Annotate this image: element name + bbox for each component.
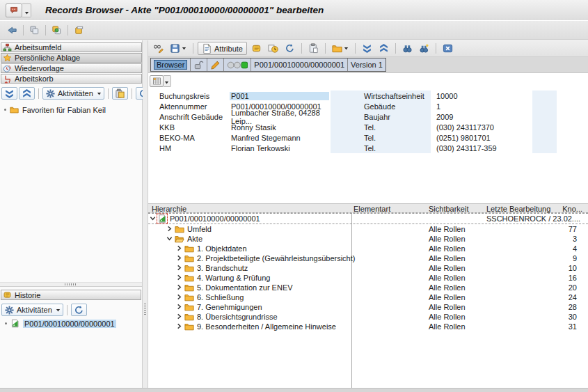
field-value-hm[interactable]: Florian Terkowski	[230, 144, 329, 152]
sidebar-item-arbeitskorb[interactable]: Arbeitskorb	[1, 74, 142, 84]
sidebar-nav: ArbeitsumfeldPersönliche AblageWiedervor…	[0, 42, 143, 84]
history-header[interactable]: Historie	[1, 290, 141, 300]
clipboard-button[interactable]	[306, 42, 321, 56]
sidebar-horizontal-splitter[interactable]	[0, 282, 142, 287]
folder-button[interactable]	[330, 42, 351, 56]
pencil-icon	[210, 60, 221, 70]
sidebar-item-wiedervorlage[interactable]: Wiedervorlage	[1, 63, 142, 73]
versions-clock-button[interactable]	[266, 42, 280, 56]
column-header-kno[interactable]: Kno...	[562, 205, 582, 213]
dropdown-arrow-icon[interactable]	[344, 46, 349, 51]
tree-row[interactable]: P001/00010000/00000001SSCHOENROCK / 23.0…	[148, 213, 588, 224]
lock-button[interactable]	[191, 58, 207, 71]
copy-window-icon	[29, 25, 40, 36]
column-header-letzte-bearbeitung[interactable]: Letzte Bearbeitung	[486, 205, 550, 213]
folder-icon	[184, 264, 194, 273]
sidebar-item-pers-nliche-ablage[interactable]: Persönliche Ablage	[1, 53, 142, 63]
paste-button[interactable]	[112, 87, 128, 100]
column-header-hierarchie[interactable]: Hierarchie	[152, 205, 186, 213]
chevron-down-icon[interactable]	[150, 215, 157, 222]
tree-row[interactable]: 4. Wartung & PrüfungAlle Rollen16	[148, 273, 588, 283]
tree-row[interactable]: 7. GenehmigungenAlle Rollen28	[148, 302, 588, 312]
sidebar: ArbeitsumfeldPersönliche AblageWiedervor…	[0, 40, 143, 388]
field-value-buchungskreis[interactable]: P001	[230, 92, 329, 100]
tree-row[interactable]: AkteAlle Rollen3	[148, 234, 588, 244]
status-lights	[224, 58, 251, 71]
table-layout-button[interactable]	[150, 75, 164, 87]
chevron-right-icon[interactable]	[176, 304, 183, 311]
chevron-right-icon[interactable]	[176, 313, 183, 320]
gear-button[interactable]: Aktivitäten	[42, 87, 104, 100]
field-value-tel[interactable]: (0251) 9801701	[431, 134, 491, 142]
browser-bar: Browser P001/00010000/00000001 Version 1	[148, 57, 588, 73]
chevron-right-icon[interactable]	[176, 245, 183, 252]
refresh-button[interactable]	[283, 42, 297, 56]
browser-tab[interactable]: Browser	[151, 58, 191, 71]
dropdown-arrow-icon[interactable]	[182, 46, 186, 51]
chevron-right-icon[interactable]	[176, 274, 183, 281]
form-row-wirtschaftseinheit: Wirtschaftseinheit10000	[331, 91, 497, 101]
display-change-button[interactable]	[151, 42, 166, 56]
chevron-right-icon[interactable]	[176, 265, 183, 272]
field-value-tel[interactable]: (030) 243117370	[431, 123, 494, 132]
panel-splitter[interactable]	[143, 40, 148, 388]
close-button[interactable]	[440, 42, 455, 56]
find-button[interactable]	[400, 42, 415, 56]
gear-button[interactable]: Aktivitäten	[1, 304, 63, 316]
tree-row[interactable]: 1. ObjektdatenAlle Rollen4	[148, 244, 588, 253]
refresh-button[interactable]	[71, 304, 87, 316]
chevron-right-icon[interactable]	[176, 284, 183, 291]
tree-row[interactable]: 8. ÜbersichtsgrundrisseAlle Rollen30	[148, 312, 588, 322]
record-id-field[interactable]: P001/00010000/00000001	[251, 58, 348, 71]
field-value-beko-ma[interactable]: Manfred Stegemann	[230, 134, 329, 142]
save-button[interactable]	[168, 42, 189, 56]
form-row-baujahr: Baujahr2009	[331, 111, 497, 122]
dropdown-arrow-icon[interactable]	[97, 91, 102, 96]
tree-row[interactable]: UmfeldAlle Rollen77	[148, 224, 588, 234]
edit-mode-button[interactable]	[207, 58, 224, 71]
tree-row[interactable]: 9. Besonderheiten / Allgemeine HinweiseA…	[148, 322, 588, 331]
field-value-geb-ude[interactable]: 1	[431, 102, 440, 111]
toolbar-separator	[355, 43, 356, 54]
tree-row[interactable]: 3. BrandschutzAlle Rollen10	[148, 263, 588, 273]
sidebar-item-arbeitsumfeld[interactable]: Arbeitsumfeld	[1, 42, 142, 52]
node-label: P001/00010000/00000001	[170, 214, 260, 223]
star-icon	[3, 54, 12, 63]
cell-knoten: 77	[569, 225, 577, 233]
collapse-all-button[interactable]	[376, 42, 391, 56]
chevron-right-icon[interactable]	[176, 255, 183, 262]
field-value-kkb[interactable]: Ronny Stasik	[230, 123, 329, 132]
sidebar-item-favorites[interactable]: Favoriten für Fabian Keil	[4, 105, 106, 114]
version-field[interactable]: Version 1	[348, 58, 386, 71]
find-next-button[interactable]	[417, 42, 431, 56]
tree-row[interactable]: 5. Dokumentation zur ENEVAlle Rollen20	[148, 283, 588, 292]
expand-all-button[interactable]	[360, 42, 374, 56]
chevron-right-icon[interactable]	[166, 226, 173, 233]
chevron-right-icon[interactable]	[176, 294, 183, 301]
field-value-wirtschaftseinheit[interactable]: 10000	[431, 92, 458, 100]
create-shortcut-button[interactable]	[72, 23, 86, 37]
chevron-right-icon[interactable]	[176, 323, 183, 330]
history-item[interactable]: P001/00010000/00000001	[5, 319, 116, 328]
window-menu-button[interactable]	[6, 3, 22, 17]
main-toolbar: Attribute	[148, 40, 588, 57]
field-value-baujahr[interactable]: 2009	[431, 113, 453, 121]
copy-window-button[interactable]	[27, 23, 42, 37]
tree-row[interactable]: 6. SchließungAlle Rollen24	[148, 292, 588, 302]
collapse-all-button[interactable]	[19, 87, 35, 100]
cell-sichtbarkeit: Alle Rollen	[429, 244, 466, 253]
back-arrow-button[interactable]	[5, 23, 19, 37]
column-header-sichtbarkeit[interactable]: Sichtbarkeit	[429, 205, 468, 213]
toolbar-separator	[67, 25, 68, 36]
chevron-down-icon[interactable]	[166, 235, 173, 242]
tree-row[interactable]: 2. Projektbeteiligte (Gewährleistungsübe…	[148, 253, 588, 263]
field-value-tel[interactable]: (030) 243117-359	[431, 144, 497, 152]
column-header-elementart[interactable]: Elementart	[353, 205, 390, 213]
attribute-page-button[interactable]: Attribute	[198, 42, 247, 55]
window-menu-dropdown[interactable]	[22, 3, 31, 17]
new-session-button[interactable]	[49, 23, 64, 37]
protocol-scroll-button[interactable]	[249, 42, 264, 56]
dropdown-arrow-icon[interactable]	[56, 308, 61, 313]
expand-all-button[interactable]	[1, 87, 17, 100]
table-layout-dropdown[interactable]	[164, 75, 171, 87]
